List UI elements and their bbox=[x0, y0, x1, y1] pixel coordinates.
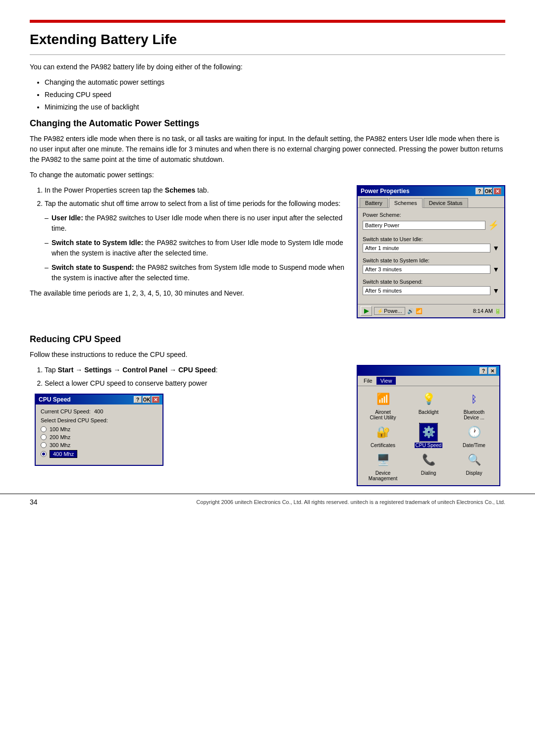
section2-heading: Reducing CPU Speed bbox=[30, 334, 505, 345]
user-idle-dropdown-arrow[interactable]: ▼ bbox=[492, 244, 499, 252]
red-bar bbox=[30, 20, 505, 23]
radio-300-label: 300 Mhz bbox=[50, 442, 70, 448]
cp-icon-datetime[interactable]: 🕐 Date/Time bbox=[453, 423, 495, 448]
mode-user-idle: User Idle: the PA982 switches to User Id… bbox=[45, 213, 347, 234]
control-panel-dialog[interactable]: ? ✕ File View 📶 AironetClient Utility bbox=[357, 365, 500, 486]
system-idle-dropdown-arrow[interactable]: ▼ bbox=[492, 265, 499, 273]
radio-200-label: 200 Mhz bbox=[50, 434, 70, 440]
radio-200: 200 Mhz bbox=[41, 434, 158, 440]
cp-controls: ? ✕ bbox=[480, 367, 496, 374]
power-scheme-label: Power Scheme: bbox=[363, 212, 499, 218]
display-label: Display bbox=[466, 470, 482, 476]
suspend-dropdown-arrow[interactable]: ▼ bbox=[492, 287, 499, 295]
power-dialog-controls: ? OK ✕ bbox=[476, 188, 501, 195]
power-ok-btn[interactable]: OK bbox=[484, 188, 492, 195]
radio-400: 400 Mhz bbox=[41, 450, 158, 458]
user-idle-label: Switch state to User Idle: bbox=[363, 236, 499, 242]
section2-right: ? ✕ File View 📶 AironetClient Utility bbox=[357, 365, 505, 486]
section1-left: In the Power Properties screen tap the S… bbox=[30, 185, 347, 324]
certificates-icon: 🔐 bbox=[374, 423, 392, 441]
radio-100-label: 100 Mhz bbox=[50, 426, 70, 432]
radio-400-btn[interactable] bbox=[41, 451, 47, 457]
section1-heading: Changing the Automatic Power Settings bbox=[30, 118, 505, 129]
cp-icon-backlight[interactable]: 💡 Backlight bbox=[407, 390, 450, 420]
section1-two-col: In the Power Properties screen tap the S… bbox=[30, 185, 505, 324]
taskbar-icons: 🔊 📶 bbox=[407, 308, 423, 314]
dialing-label: Dialing bbox=[421, 470, 436, 476]
radio-300-btn[interactable] bbox=[41, 442, 47, 448]
cp-help-btn[interactable]: ? bbox=[480, 367, 487, 374]
section2-steps: Tap Start → Settings → Control Panel → C… bbox=[45, 365, 347, 389]
taskbar-start[interactable]: ▶ bbox=[361, 306, 372, 316]
taskbar-time: 8:14 AM 🔋 bbox=[473, 308, 501, 314]
bluetooth-label: BluetoothDevice ... bbox=[464, 409, 484, 420]
power-help-btn[interactable]: ? bbox=[476, 188, 483, 195]
cpu-dialog[interactable]: CPU Speed ? OK ✕ Current CPU Speed: 400 … bbox=[35, 394, 163, 466]
cp-icon-certificates[interactable]: 🔐 Certificates bbox=[362, 423, 404, 448]
section1-right: Power Properties ? OK ✕ Battery Schemes … bbox=[357, 185, 505, 324]
page-number: 34 bbox=[30, 498, 38, 506]
power-dialog-body: Power Scheme: Battery Power ⚡ Switch sta… bbox=[358, 208, 504, 304]
user-idle-section: Switch state to User Idle: After 1 minut… bbox=[363, 236, 499, 252]
suspend-select[interactable]: After 5 minutes bbox=[363, 286, 490, 295]
cp-menu-view[interactable]: View bbox=[376, 377, 396, 385]
cp-icons-grid: 📶 AironetClient Utility 💡 Backlight ᛒ Bl… bbox=[358, 386, 499, 485]
system-idle-label: Switch state to System Idle: bbox=[363, 257, 499, 263]
tab-schemes[interactable]: Schemes bbox=[389, 198, 423, 208]
bullet-1: Changing the automatic power settings bbox=[45, 77, 505, 88]
radio-200-btn[interactable] bbox=[41, 434, 47, 440]
cpu-dialog-title: CPU Speed bbox=[39, 396, 71, 403]
dialing-icon: 📞 bbox=[420, 451, 437, 469]
system-idle-row: After 3 minutes ▼ bbox=[363, 265, 499, 274]
bullet-3: Minimizing the use of backlight bbox=[45, 102, 505, 112]
cpu-ok-btn[interactable]: OK bbox=[143, 396, 151, 403]
cpu-desired-label: Select Desired CPU Speed: bbox=[41, 417, 158, 423]
cp-menubar: File View bbox=[358, 376, 499, 386]
radio-300: 300 Mhz bbox=[41, 442, 158, 448]
intro-text: You can extend the PA982 battery life by… bbox=[30, 62, 505, 72]
display-icon: 🔍 bbox=[465, 451, 483, 469]
cpu-dialog-titlebar: CPU Speed ? OK ✕ bbox=[36, 395, 162, 404]
power-dialog-titlebar: Power Properties ? OK ✕ bbox=[358, 186, 504, 196]
user-idle-select[interactable]: After 1 minute bbox=[363, 244, 490, 252]
cpu-close-btn[interactable]: ✕ bbox=[152, 396, 160, 403]
suspend-section: Switch state to Suspend: After 5 minutes… bbox=[363, 279, 499, 295]
cpu-dialog-controls: ? OK ✕ bbox=[134, 396, 160, 403]
section2-left: Tap Start → Settings → Control Panel → C… bbox=[30, 365, 347, 486]
cp-icon-device-mgmt[interactable]: 🖥️ DeviceManagement bbox=[362, 451, 404, 481]
cp-menu-file[interactable]: File bbox=[360, 377, 376, 385]
page-title: Extending Battery Life bbox=[30, 32, 505, 48]
tab-battery[interactable]: Battery bbox=[360, 198, 388, 207]
cp-icon-dialing[interactable]: 📞 Dialing bbox=[407, 451, 450, 481]
power-close-btn[interactable]: ✕ bbox=[493, 188, 501, 195]
radio-100-btn[interactable] bbox=[41, 426, 47, 432]
cp-icon-cpu-speed[interactable]: ⚙️ CPU Speed bbox=[407, 423, 450, 448]
cp-icon-display[interactable]: 🔍 Display bbox=[453, 451, 495, 481]
radio-400-label: 400 Mhz bbox=[50, 450, 77, 458]
power-dialog[interactable]: Power Properties ? OK ✕ Battery Schemes … bbox=[357, 185, 505, 318]
taskbar-powe[interactable]: ⚡ Powe... bbox=[374, 307, 405, 315]
suspend-label: Switch state to Suspend: bbox=[363, 279, 499, 285]
cp-icon-aironet[interactable]: 📶 AironetClient Utility bbox=[362, 390, 404, 420]
device-mgmt-label: DeviceManagement bbox=[369, 470, 397, 481]
power-dialog-title: Power Properties bbox=[361, 188, 410, 195]
suspend-row: After 5 minutes ▼ bbox=[363, 286, 499, 295]
taskbar-powe-label: Powe... bbox=[384, 308, 402, 314]
power-scheme-select[interactable]: Battery Power bbox=[363, 221, 485, 230]
title-divider bbox=[30, 54, 505, 55]
cp-icon-bluetooth[interactable]: ᛒ BluetoothDevice ... bbox=[453, 390, 495, 420]
system-idle-select[interactable]: After 3 minutes bbox=[363, 265, 490, 274]
power-taskbar: ▶ ⚡ Powe... 🔊 📶 8:14 AM 🔋 bbox=[358, 304, 504, 317]
cpu-current-label: Current CPU Speed: bbox=[41, 408, 91, 414]
cp-close-btn[interactable]: ✕ bbox=[488, 367, 496, 374]
section1-para1: The PA982 enters idle mode when there is… bbox=[30, 134, 505, 165]
cp-icons-wrapper: 📶 AironetClient Utility 💡 Backlight ᛒ Bl… bbox=[358, 386, 499, 485]
aironet-icon: 📶 bbox=[374, 390, 392, 408]
datetime-icon: 🕐 bbox=[465, 423, 483, 441]
tab-device-status[interactable]: Device Status bbox=[424, 198, 468, 207]
certificates-label: Certificates bbox=[371, 443, 395, 448]
page: Extending Battery Life You can extend th… bbox=[0, 0, 535, 516]
cpu-help-btn[interactable]: ? bbox=[134, 396, 142, 403]
power-scheme-icon: ⚡ bbox=[487, 219, 499, 231]
mode-suspend: Switch state to Suspend: the PA982 switc… bbox=[45, 262, 347, 283]
